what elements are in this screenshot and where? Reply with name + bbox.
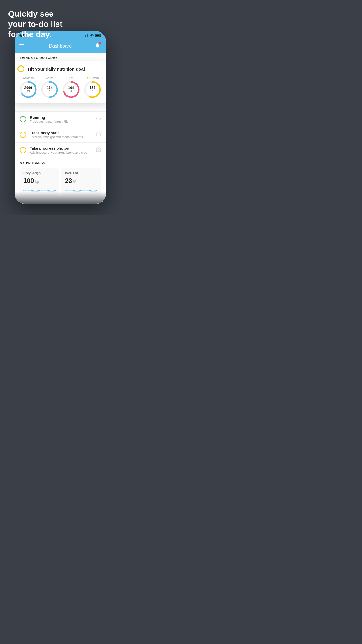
todo-checkbox[interactable] (20, 116, 26, 123)
ring-unit: g (89, 90, 95, 93)
wifi-icon (90, 34, 94, 37)
svg-rect-18 (96, 148, 101, 152)
todo-subtitle: Add images of your front, back, and side (30, 151, 93, 154)
ring-label: Carbs (46, 76, 54, 80)
todo-subtitle: Track your stats (target: 5km) (30, 120, 92, 123)
svg-rect-3 (88, 34, 89, 37)
ring-item-carbs: Carbs 164 g (41, 76, 58, 98)
todo-icon (96, 117, 101, 122)
ring-container: 2000 cal (20, 81, 37, 98)
ring-unit: cal (24, 90, 32, 93)
progress-card-title: Body Weight (23, 171, 56, 175)
svg-rect-6 (101, 35, 101, 36)
phone-frame: 9:41 (15, 32, 106, 204)
progress-card-title: Body Fat (65, 171, 97, 175)
todo-item[interactable]: Take progress photos Add images of your … (15, 142, 106, 158)
ring-label: Calories (23, 76, 34, 80)
todo-icon (96, 132, 101, 138)
ring-text: 164 g (68, 86, 74, 93)
content-area: THINGS TO DO TODAY Hit your daily nutrit… (15, 52, 106, 204)
svg-rect-1 (86, 35, 87, 37)
ring-item-protein: ★Protein 164 g (84, 76, 101, 98)
todo-item[interactable]: Track body stats Enter your weight and m… (15, 127, 106, 142)
progress-value: 100 (23, 177, 34, 185)
ring-unit: g (68, 90, 74, 93)
goal-circle (17, 65, 24, 72)
header-title: Dashboard (49, 43, 72, 49)
todo-text: Take progress photos Add images of your … (30, 146, 93, 154)
svg-point-19 (98, 149, 99, 150)
todo-title: Track body stats (30, 131, 93, 135)
bell-icon (94, 43, 100, 50)
headline: Quickly see your to-do list for the day. (8, 9, 63, 39)
progress-value-row: 23 % (65, 177, 97, 185)
menu-button[interactable] (19, 44, 24, 48)
todo-list: Running Track your stats (target: 5km) T… (15, 111, 106, 158)
phone-shadow (15, 192, 106, 204)
ring-container: 164 g (41, 81, 58, 98)
star-icon: ★ (86, 76, 89, 80)
todo-checkbox[interactable] (20, 132, 26, 138)
todo-icon (96, 147, 101, 153)
ring-container: 164 g (62, 81, 80, 98)
ring-text: 164 g (89, 86, 95, 93)
todo-item[interactable]: Running Track your stats (target: 5km) (15, 111, 106, 127)
progress-value: 23 (65, 177, 72, 185)
progress-unit: kg (35, 180, 39, 184)
todo-title: Take progress photos (30, 146, 93, 150)
nutrition-goal-row: Hit your daily nutrition goal (17, 65, 103, 72)
ring-label: ★Protein (86, 76, 99, 80)
signal-icon (85, 34, 89, 37)
notification-bell-button[interactable] (93, 42, 101, 50)
nutrition-rings: Calories 2000 cal Carbs 164 g Fat (17, 76, 103, 98)
todo-subtitle: Enter your weight and measurements (30, 135, 93, 139)
app-header: Dashboard (15, 40, 106, 52)
progress-title: MY PROGRESS (20, 161, 101, 165)
progress-value-row: 100 kg (23, 177, 56, 185)
ring-item-calories: Calories 2000 cal (20, 76, 37, 98)
todo-text: Track body stats Enter your weight and m… (30, 131, 93, 139)
progress-section: MY PROGRESS Body Weight 100 kg Body Fat … (15, 161, 106, 196)
todo-checkbox[interactable] (20, 147, 26, 153)
todo-title: Running (30, 115, 92, 120)
svg-rect-7 (96, 35, 100, 36)
ring-item-fat: Fat 164 g (62, 76, 80, 98)
ring-label: Fat (69, 76, 73, 80)
todo-text: Running Track your stats (target: 5km) (30, 115, 92, 123)
goal-label: Hit your daily nutrition goal (28, 66, 85, 71)
svg-rect-0 (85, 36, 85, 37)
battery-icon (95, 34, 101, 37)
svg-rect-2 (87, 35, 87, 37)
svg-rect-16 (97, 133, 100, 136)
progress-unit: % (73, 180, 76, 184)
notification-dot (99, 42, 101, 44)
nutrition-card[interactable]: Hit your daily nutrition goal Calories 2… (15, 61, 106, 103)
status-icons (85, 34, 101, 37)
ring-text: 2000 cal (24, 86, 32, 93)
ring-container: 164 g (84, 81, 101, 98)
ring-text: 164 g (47, 86, 52, 93)
svg-point-4 (92, 36, 92, 37)
ring-unit: g (47, 90, 52, 93)
